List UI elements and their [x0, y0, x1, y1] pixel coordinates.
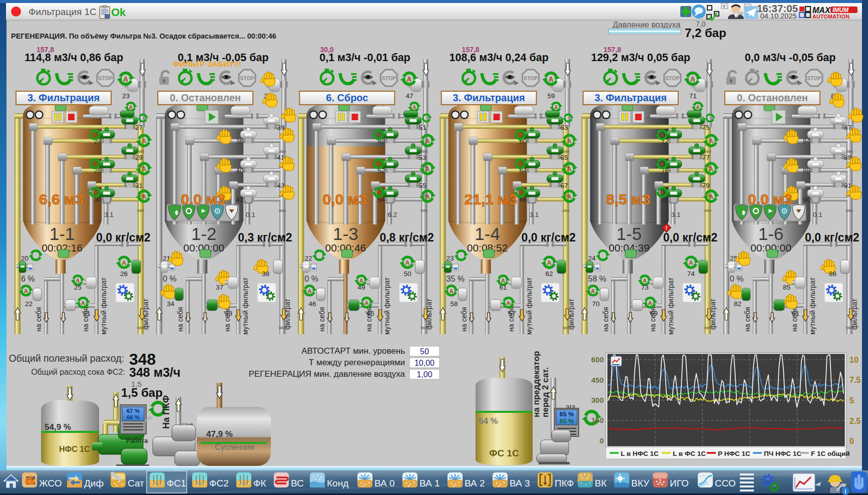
svg-text:на себя: на себя	[318, 307, 326, 332]
svg-text:ПЧ НФС 1С: ПЧ НФС 1С	[764, 450, 801, 457]
svg-text:фильтрат: фильтрат	[709, 299, 717, 330]
svg-text:67 %: 67 %	[127, 408, 140, 414]
svg-text:5: 5	[849, 396, 854, 405]
svg-text:25: 25	[74, 284, 82, 291]
svg-text:ВКУ: ВКУ	[631, 478, 650, 488]
svg-text:-0,01 бар: -0,01 бар	[363, 52, 410, 64]
svg-text:0: 0	[600, 436, 604, 445]
svg-text:66 %: 66 %	[127, 414, 140, 420]
svg-text:47,9 %: 47,9 %	[206, 429, 233, 439]
svg-text:L в НФС 1С: L в НФС 1С	[621, 450, 659, 457]
svg-text:33: 33	[225, 310, 232, 317]
svg-text:0,0 кг/см2: 0,0 кг/см2	[522, 231, 576, 244]
svg-text:мутный фильтрат: мутный фильтрат	[525, 277, 533, 335]
svg-text:ВА 0: ВА 0	[374, 478, 395, 488]
svg-text:10,00: 10,00	[414, 359, 435, 367]
svg-text:мутный фильтрат: мутный фильтрат	[241, 277, 249, 335]
svg-text:мутный фильтрат: мутный фильтрат	[383, 277, 391, 335]
svg-text:L в ФС 1С: L в ФС 1С	[673, 450, 706, 457]
svg-text:0,0 м3/ч: 0,0 м3/ч	[745, 52, 786, 64]
svg-text:Фильтрация 1С: Фильтрация 1С	[29, 7, 97, 17]
svg-text:61: 61	[500, 284, 507, 291]
svg-text:Работа: Работа	[126, 437, 148, 444]
svg-text:70: 70	[592, 300, 600, 308]
svg-text:на себя: на себя	[602, 307, 610, 332]
svg-text:Ok: Ok	[111, 6, 126, 19]
svg-text:0. Остановлен: 0. Остановлен	[170, 92, 241, 103]
svg-text:3. Фильтрация: 3. Фильтрация	[453, 92, 525, 103]
svg-text:8,5 м3: 8,5 м3	[606, 191, 651, 207]
svg-text:1-6: 1-6	[758, 224, 784, 243]
svg-text:1,00: 1,00	[416, 370, 432, 379]
svg-text:600: 600	[591, 355, 604, 364]
svg-text:0: 0	[849, 437, 854, 445]
svg-text:ФИЛЬТР ЗАБИТ!!!: ФИЛЬТР ЗАБИТ!!!	[173, 60, 241, 68]
svg-text:0 %: 0 %	[163, 275, 177, 283]
svg-text:47: 47	[405, 92, 413, 100]
svg-text:150: 150	[591, 416, 604, 424]
svg-text:0,24 бар: 0,24 бар	[506, 52, 549, 64]
svg-text:НФС 1С: НФС 1С	[59, 445, 90, 453]
svg-text:22: 22	[304, 255, 312, 262]
svg-text:ВА 3: ВА 3	[510, 478, 530, 488]
svg-text:53: 53	[418, 154, 426, 161]
svg-text:50: 50	[403, 270, 411, 278]
svg-text:6,6 м3: 6,6 м3	[39, 191, 84, 207]
svg-text:58: 58	[451, 300, 458, 308]
svg-text:ФС 1С: ФС 1С	[489, 448, 519, 458]
svg-text:i: i	[844, 488, 846, 495]
svg-text:1-2: 1-2	[191, 224, 217, 243]
svg-text:ЖСО: ЖСО	[39, 478, 62, 488]
svg-text:57: 57	[509, 310, 516, 317]
svg-text:40: 40	[236, 167, 243, 174]
svg-text:0,0 кг/см2: 0,0 кг/см2	[805, 231, 859, 244]
svg-text:1,5 бар: 1,5 бар	[121, 386, 163, 399]
svg-text:0,05 бар: 0,05 бар	[647, 52, 690, 64]
svg-text:6. Сброс: 6. Сброс	[326, 92, 368, 103]
svg-text:-0,05 бар: -0,05 бар	[789, 52, 835, 64]
svg-text:на себя: на себя	[176, 307, 184, 332]
svg-text:65 %: 65 %	[560, 411, 574, 418]
svg-text:0,1 м3/ч: 0,1 м3/ч	[319, 52, 360, 64]
svg-text:ВК: ВК	[595, 478, 607, 488]
svg-text:20: 20	[21, 255, 29, 262]
svg-text:54 %: 54 %	[479, 416, 498, 426]
svg-text:85: 85	[783, 284, 790, 291]
svg-text:на себя: на себя	[35, 307, 43, 332]
svg-text:22: 22	[25, 300, 33, 308]
svg-text:0.1: 0.1	[813, 211, 822, 218]
svg-text:04.10.2025: 04.10.2025	[760, 12, 797, 20]
svg-text:88: 88	[803, 167, 810, 174]
svg-text:3. Фильтрация: 3. Фильтрация	[28, 92, 100, 103]
svg-text:90: 90	[803, 196, 810, 203]
svg-text:34: 34	[167, 300, 175, 308]
svg-text:Конд: Конд	[327, 478, 348, 488]
svg-text:Т между регенерациями: Т между регенерациями	[309, 358, 405, 367]
svg-text:73: 73	[641, 284, 649, 291]
svg-text:ФС2: ФС2	[209, 478, 229, 488]
svg-text:79: 79	[702, 182, 710, 189]
svg-text:0.1: 0.1	[246, 211, 255, 218]
svg-text:38: 38	[262, 270, 269, 278]
svg-text:0,3 кг/см2: 0,3 кг/см2	[238, 231, 292, 244]
svg-text:58 %: 58 %	[588, 275, 606, 283]
svg-text:Р НФС 1С: Р НФС 1С	[718, 450, 750, 457]
svg-text:Общий полезный расход:: Общий полезный расход:	[9, 353, 124, 364]
svg-text:фильтрат: фильтрат	[142, 299, 150, 330]
svg-text:ФС1: ФС1	[167, 478, 186, 488]
svg-text:0. Остановлен: 0. Остановлен	[737, 92, 808, 103]
svg-text:84: 84	[803, 137, 811, 145]
svg-text:Общий расход сока ФС2:: Общий расход сока ФС2:	[31, 368, 125, 376]
svg-text:23: 23	[447, 255, 454, 262]
svg-text:27: 27	[135, 124, 143, 131]
svg-text:450: 450	[591, 376, 604, 384]
svg-text:Сат: Сат	[128, 478, 144, 488]
svg-text:74: 74	[687, 270, 695, 278]
svg-text:6.2: 6.2	[387, 211, 397, 218]
svg-text:0 %: 0 %	[730, 275, 744, 283]
svg-text:24: 24	[588, 255, 596, 262]
svg-text:фильтрат: фильтрат	[425, 299, 433, 330]
svg-text:фильтрат: фильтрат	[283, 299, 291, 330]
svg-text:0,0 кг/см2: 0,0 кг/см2	[663, 231, 717, 244]
svg-text:69: 69	[650, 310, 658, 317]
